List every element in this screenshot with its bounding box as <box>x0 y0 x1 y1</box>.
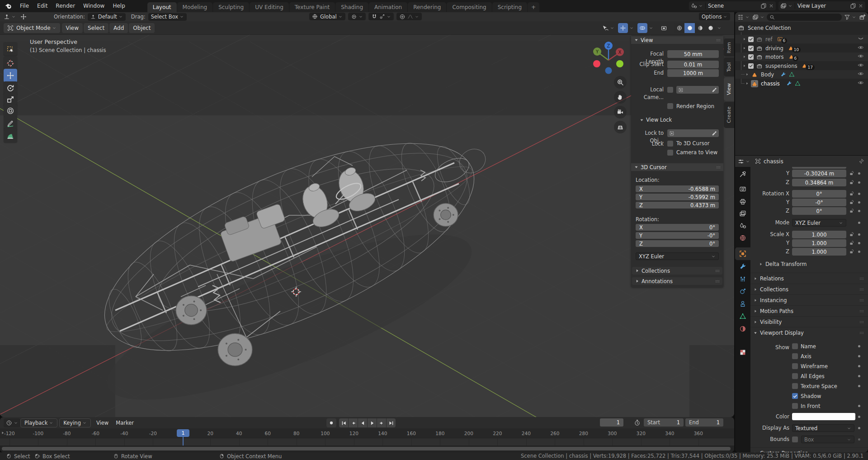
gizmos-toggle[interactable] <box>618 23 634 33</box>
frame-start-field[interactable]: Start1 <box>644 418 684 427</box>
lock-open-icon[interactable] <box>849 199 854 205</box>
workspace-tab-layout[interactable]: Layout <box>147 2 177 12</box>
pan-button[interactable] <box>614 91 627 104</box>
bounds-dropdown[interactable]: Box <box>801 436 854 443</box>
workspace-add-button[interactable]: + <box>528 2 539 12</box>
in-front-checkbox[interactable] <box>792 403 798 409</box>
lock-to-3d-cursor-checkbox[interactable] <box>667 141 673 147</box>
workspace-tab-scripting[interactable]: Scripting <box>492 2 527 12</box>
outliner-row-scene-collection[interactable]: Scene Collection <box>735 24 868 32</box>
collection-checkbox[interactable] <box>748 37 754 42</box>
outliner-search-input[interactable] <box>767 14 842 21</box>
lock-open-icon[interactable] <box>849 171 854 176</box>
viewport-menu-object[interactable]: Object <box>129 23 155 33</box>
animate-dot[interactable] <box>858 210 860 212</box>
auto-keying-button[interactable] <box>326 418 336 427</box>
jump-to-end-button[interactable] <box>387 418 396 427</box>
shading-mode-solid[interactable] <box>684 23 695 33</box>
timeline-horizontal-scrollbar[interactable] <box>2 447 731 451</box>
lock-open-icon[interactable] <box>849 208 854 213</box>
tri-right-icon[interactable] <box>742 55 746 59</box>
properties-tab-constraints[interactable] <box>735 298 750 310</box>
viewport-menu-view[interactable]: View <box>62 23 83 33</box>
cursor-tool[interactable] <box>4 57 17 70</box>
section-instancing[interactable]: Instancing <box>750 294 868 305</box>
outliner-row-driving[interactable]: driving10 <box>735 44 868 52</box>
shadow-checkbox[interactable] <box>792 393 798 399</box>
copy-icon[interactable] <box>760 3 767 9</box>
animate-dot[interactable] <box>858 201 860 204</box>
delta-transform-section[interactable]: Delta Transform <box>759 261 807 267</box>
animate-dot[interactable] <box>858 345 860 347</box>
wireframe-checkbox[interactable] <box>792 363 798 369</box>
cursor-location-y-field[interactable]: Y-0.5992 m <box>636 194 719 200</box>
properties-tab-world[interactable] <box>735 232 750 244</box>
transform-value-field[interactable]: 0.34864 m <box>792 179 846 186</box>
tri-right-icon[interactable] <box>742 64 746 68</box>
menu-window[interactable]: Window <box>79 0 108 12</box>
lock-open-icon[interactable] <box>849 240 854 246</box>
timeline-menu-view[interactable]: View <box>93 418 112 427</box>
eye-visibility-toggle[interactable] <box>858 44 864 52</box>
workspace-tab-animation[interactable]: Animation <box>369 2 407 12</box>
timeline-menu-keying[interactable]: Keying <box>59 418 91 427</box>
scene-selector[interactable]: Scene <box>689 1 776 10</box>
stopwatch-icon[interactable] <box>634 419 641 426</box>
cursor-rotation-z-field[interactable]: Z0° <box>636 240 719 247</box>
eyedropper-icon[interactable] <box>712 87 717 93</box>
animate-dot[interactable] <box>858 427 860 429</box>
animate-dot[interactable] <box>858 242 860 244</box>
properties-tab-output[interactable] <box>735 195 750 208</box>
outliner-row-motors[interactable]: motors6 <box>735 52 868 61</box>
current-frame-field[interactable]: 1 <box>600 418 623 427</box>
display-as-dropdown[interactable]: Textured <box>792 424 854 432</box>
next-keyframe-button[interactable] <box>377 418 386 427</box>
animate-dot[interactable] <box>858 375 860 377</box>
workspace-tab-shading[interactable]: Shading <box>335 2 368 12</box>
section-collections[interactable]: Collections <box>750 284 868 294</box>
options-dropdown[interactable]: Options <box>699 13 730 20</box>
pivot-point-dropdown[interactable] <box>348 13 366 20</box>
cursor-location-x-field[interactable]: X-0.6588 m <box>636 185 719 192</box>
animate-dot[interactable] <box>858 193 860 195</box>
previous-keyframe-button[interactable] <box>349 418 358 427</box>
properties-tab-physics[interactable] <box>735 285 750 298</box>
lock-open-icon[interactable] <box>849 249 854 254</box>
frame-end-field[interactable]: End1 <box>685 418 723 427</box>
collection-checkbox[interactable] <box>748 63 754 69</box>
workspace-tab-sculpting[interactable]: Sculpting <box>213 2 249 12</box>
playhead-line[interactable] <box>183 438 184 446</box>
texture-space-checkbox[interactable] <box>792 383 798 389</box>
eye-visibility-toggle[interactable] <box>858 80 864 87</box>
properties-tab-object[interactable] <box>735 247 750 260</box>
gizmo-drag-widget[interactable] <box>20 14 27 20</box>
properties-tab-scene[interactable] <box>735 219 750 232</box>
sidebar-tab-view[interactable]: View <box>724 77 734 101</box>
animate-dot[interactable] <box>858 405 860 407</box>
pin-icon[interactable] <box>858 158 864 165</box>
outliner-row-chassis[interactable]: chassis <box>735 79 868 88</box>
outliner-editor-chooser[interactable] <box>737 14 750 20</box>
eye-visibility-toggle[interactable] <box>858 35 864 43</box>
timeline-menu-playback[interactable]: Playback <box>20 418 57 427</box>
cursor-rotation-mode-dropdown[interactable]: XYZ Euler <box>636 252 719 260</box>
transform-orientation-dropdown[interactable]: Global <box>309 13 345 20</box>
view-layer-selector[interactable]: View Layer <box>778 1 865 10</box>
orthographic-toggle-button[interactable] <box>614 121 627 133</box>
lock-open-icon[interactable] <box>849 232 854 237</box>
transform-value-field[interactable]: 1.000 <box>792 239 846 247</box>
properties-tab-modifiers[interactable] <box>735 260 750 273</box>
animate-dot[interactable] <box>858 355 860 357</box>
shading-mode-wire[interactable] <box>674 23 684 33</box>
section-relations[interactable]: Relations <box>750 273 868 284</box>
rotation-mode-dropdown[interactable]: XYZ Euler <box>792 219 846 227</box>
shading-mode-rendered[interactable] <box>705 23 716 33</box>
sidebar-tab-create[interactable]: Create <box>724 102 734 128</box>
view-lock-subpanel-header[interactable]: View Lock <box>639 117 672 123</box>
transform-tool[interactable] <box>4 104 17 118</box>
workspace-tab-texture-paint[interactable]: Texture Paint <box>289 2 335 12</box>
workspace-tab-modeling[interactable]: Modeling <box>177 2 213 12</box>
eye-visibility-toggle[interactable] <box>858 71 864 78</box>
collections-panel-header[interactable]: Collections <box>632 267 722 275</box>
transform-value-field[interactable]: 1.000 <box>792 248 846 256</box>
